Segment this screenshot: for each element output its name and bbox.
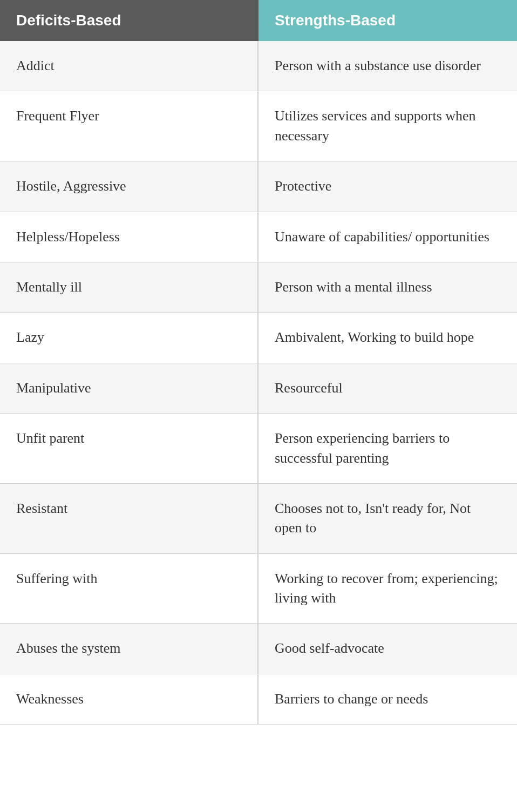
deficits-cell: Suffering with bbox=[0, 554, 258, 624]
header-deficits: Deficits-Based bbox=[0, 0, 258, 41]
deficits-cell: Manipulative bbox=[0, 363, 258, 413]
deficits-cell: Hostile, Aggressive bbox=[0, 161, 258, 211]
strengths-cell: Resourceful bbox=[258, 363, 517, 413]
deficits-cell: Helpless/Hopeless bbox=[0, 212, 258, 262]
strengths-cell: Person with a substance use disorder bbox=[258, 41, 517, 91]
table-row: Unfit parentPerson experiencing barriers… bbox=[0, 414, 517, 484]
table-body: AddictPerson with a substance use disord… bbox=[0, 41, 517, 725]
deficits-cell: Unfit parent bbox=[0, 414, 258, 483]
deficits-cell: Weaknesses bbox=[0, 674, 258, 724]
table-row: Mentally illPerson with a mental illness bbox=[0, 262, 517, 313]
table-row: ManipulativeResourceful bbox=[0, 363, 517, 414]
table-row: Hostile, AggressiveProtective bbox=[0, 161, 517, 212]
deficits-cell: Mentally ill bbox=[0, 262, 258, 312]
table-row: Abuses the systemGood self-advocate bbox=[0, 624, 517, 674]
header-strengths: Strengths-Based bbox=[258, 0, 517, 41]
table-row: Frequent FlyerUtilizes services and supp… bbox=[0, 91, 517, 161]
table-row: LazyAmbivalent, Working to build hope bbox=[0, 313, 517, 363]
strengths-cell: Barriers to change or needs bbox=[258, 674, 517, 724]
strengths-cell: Ambivalent, Working to build hope bbox=[258, 313, 517, 362]
table-row: Helpless/HopelessUnaware of capabilities… bbox=[0, 212, 517, 262]
strengths-cell: Unaware of capabilities/ opportunities bbox=[258, 212, 517, 262]
deficits-cell: Resistant bbox=[0, 484, 258, 553]
strengths-cell: Person with a mental illness bbox=[258, 262, 517, 312]
strengths-cell: Chooses not to, Isn't ready for, Not ope… bbox=[258, 484, 517, 553]
strengths-cell: Person experiencing barriers to successf… bbox=[258, 414, 517, 483]
strengths-cell: Protective bbox=[258, 161, 517, 211]
strengths-cell: Utilizes services and supports when nece… bbox=[258, 91, 517, 161]
table-wrapper: Deficits-Based Strengths-Based AddictPer… bbox=[0, 0, 517, 725]
deficits-cell: Abuses the system bbox=[0, 624, 258, 673]
table-header: Deficits-Based Strengths-Based bbox=[0, 0, 517, 41]
deficits-cell: Lazy bbox=[0, 313, 258, 362]
table-row: WeaknessesBarriers to change or needs bbox=[0, 674, 517, 725]
table-row: AddictPerson with a substance use disord… bbox=[0, 41, 517, 91]
strengths-cell: Good self-advocate bbox=[258, 624, 517, 673]
table-row: Suffering withWorking to recover from; e… bbox=[0, 554, 517, 624]
deficits-cell: Frequent Flyer bbox=[0, 91, 258, 161]
table-row: ResistantChooses not to, Isn't ready for… bbox=[0, 484, 517, 554]
strengths-cell: Working to recover from; experiencing; l… bbox=[258, 554, 517, 624]
deficits-cell: Addict bbox=[0, 41, 258, 91]
